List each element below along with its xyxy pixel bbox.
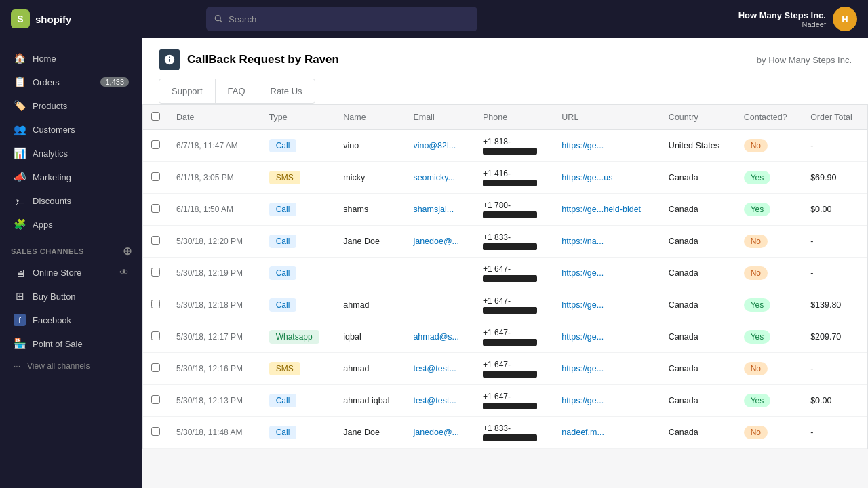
sidebar-item-apps[interactable]: 🧩 Apps: [3, 213, 140, 236]
view-all-channels[interactable]: ··· View all channels: [3, 356, 140, 376]
cell-email[interactable]: [405, 289, 475, 321]
cell-url[interactable]: nadeef.m...: [553, 417, 660, 449]
cell-url[interactable]: https://ge...: [553, 289, 660, 321]
cell-type: Call: [261, 194, 336, 226]
tab-faq[interactable]: FAQ: [215, 79, 258, 104]
col-contacted: Contacted?: [736, 105, 802, 130]
cell-email[interactable]: janedoe@...: [405, 226, 475, 258]
cell-url[interactable]: https://ge...: [553, 353, 660, 385]
cell-url[interactable]: https://ge...: [553, 130, 660, 162]
app-title-area: CallBack Request by Raven: [159, 49, 339, 70]
sidebar-item-online-store[interactable]: 🖥 Online Store 👁: [3, 261, 140, 284]
row-checkbox-4[interactable]: [151, 268, 160, 277]
cell-email[interactable]: [405, 258, 475, 289]
cell-contacted: Yes: [736, 162, 802, 194]
sidebar-label-apps: Apps: [33, 220, 53, 230]
col-email: Email: [405, 105, 475, 130]
cell-order-total: -: [802, 130, 867, 162]
type-badge: Whatsapp: [269, 330, 319, 344]
table-row: 5/30/18, 12:20 PM Call Jane Doe janedoe@…: [143, 226, 867, 258]
svg-point-0: [215, 16, 220, 21]
search-bar[interactable]: [206, 7, 477, 31]
row-checkbox-6[interactable]: [151, 331, 160, 340]
row-checkbox-9[interactable]: [151, 427, 160, 436]
sidebar-label-point-of-sale: Point of Sale: [33, 339, 83, 349]
cell-date: 6/1/18, 3:05 PM: [168, 162, 261, 194]
sidebar-label-marketing: Marketing: [33, 172, 71, 182]
sidebar-item-orders[interactable]: 📋 Orders 1,433: [3, 70, 140, 94]
row-checkbox-2[interactable]: [151, 204, 160, 213]
cell-email[interactable]: janedoe@...: [405, 417, 475, 449]
cell-name: ahmad iqbal: [335, 385, 405, 417]
facebook-icon: f: [14, 314, 26, 326]
cell-country: Canada: [660, 353, 736, 385]
select-all-checkbox[interactable]: [151, 112, 160, 121]
cell-email[interactable]: test@test...: [405, 385, 475, 417]
row-checkbox-0[interactable]: [151, 140, 160, 149]
sidebar-label-facebook: Facebook: [33, 315, 71, 325]
cell-order-total: -: [802, 417, 867, 449]
cell-order-total: $69.90: [802, 162, 867, 194]
cell-email[interactable]: seomicky...: [405, 162, 475, 194]
sidebar-item-facebook[interactable]: f Facebook: [3, 308, 140, 331]
cell-country: Canada: [660, 417, 736, 449]
sidebar-item-point-of-sale[interactable]: 🏪 Point of Sale: [3, 332, 140, 355]
type-badge: Call: [269, 298, 297, 312]
contacted-badge: Yes: [744, 394, 771, 407]
cell-url[interactable]: https://na...: [553, 226, 660, 258]
cell-order-total: $0.00: [802, 385, 867, 417]
app-header: CallBack Request by Raven by How Many St…: [142, 38, 868, 104]
cell-email[interactable]: shamsjal...: [405, 194, 475, 226]
cell-name: ahmad: [335, 289, 405, 321]
sidebar-item-discounts[interactable]: 🏷 Discounts: [3, 189, 140, 212]
row-checkbox-7[interactable]: [151, 363, 160, 372]
cell-contacted: No: [736, 226, 802, 258]
cell-type: Call: [261, 226, 336, 258]
add-sales-channel-icon[interactable]: ⊕: [123, 245, 132, 258]
cell-url[interactable]: https://ge...: [553, 258, 660, 289]
cell-country: Canada: [660, 385, 736, 417]
cell-email[interactable]: test@test...: [405, 353, 475, 385]
sidebar-item-buy-button[interactable]: ⊞ Buy Button: [3, 285, 140, 308]
table-row: 5/30/18, 12:16 PM SMS ahmad test@test...…: [143, 353, 867, 385]
sidebar-item-marketing[interactable]: 📣 Marketing: [3, 165, 140, 188]
shopify-icon: S: [11, 9, 30, 28]
cell-url[interactable]: https://ge...us: [553, 162, 660, 194]
avatar[interactable]: H: [833, 7, 857, 31]
tab-support[interactable]: Support: [159, 79, 216, 104]
cell-country: Canada: [660, 194, 736, 226]
search-input[interactable]: [229, 14, 469, 24]
sidebar-item-home[interactable]: 🏠 Home: [3, 47, 140, 70]
cell-contacted: No: [736, 417, 802, 449]
shopify-logo[interactable]: S shopify: [11, 9, 71, 28]
sidebar-label-analytics: Analytics: [33, 148, 68, 159]
sidebar-item-customers[interactable]: 👥 Customers: [3, 118, 140, 141]
row-checkbox-1[interactable]: [151, 172, 160, 181]
cell-phone: +1 647-: [475, 289, 553, 321]
cell-date: 5/30/18, 12:19 PM: [168, 258, 261, 289]
cell-url[interactable]: https://ge...: [553, 321, 660, 353]
row-checkbox-8[interactable]: [151, 395, 160, 404]
row-checkbox-5[interactable]: [151, 300, 160, 308]
cell-name: ahmad: [335, 353, 405, 385]
cell-name: iqbal: [335, 321, 405, 353]
cell-url[interactable]: https://ge...held-bidet: [553, 194, 660, 226]
home-icon: 🏠: [14, 52, 26, 64]
cell-type: Call: [261, 130, 336, 162]
eye-icon: 👁: [119, 267, 129, 278]
sidebar-item-products[interactable]: 🏷️ Products: [3, 94, 140, 117]
table-row: 5/30/18, 12:19 PM Call +1 647- https://g…: [143, 258, 867, 289]
user-menu[interactable]: How Many Steps Inc. Nadeef H: [738, 7, 857, 31]
search-icon: [214, 14, 223, 24]
sales-channels-section: SALES CHANNELS ⊕: [0, 237, 142, 260]
cell-url[interactable]: https://ge...: [553, 385, 660, 417]
cell-email[interactable]: vino@82l...: [405, 130, 475, 162]
cell-phone: +1 416-: [475, 162, 553, 194]
row-checkbox-3[interactable]: [151, 236, 160, 245]
cell-contacted: No: [736, 130, 802, 162]
tab-rate[interactable]: Rate Us: [258, 79, 315, 104]
cell-email[interactable]: ahmad@s...: [405, 321, 475, 353]
cell-type: Whatsapp: [261, 321, 336, 353]
cell-order-total: -: [802, 258, 867, 289]
sidebar-item-analytics[interactable]: 📊 Analytics: [3, 142, 140, 165]
